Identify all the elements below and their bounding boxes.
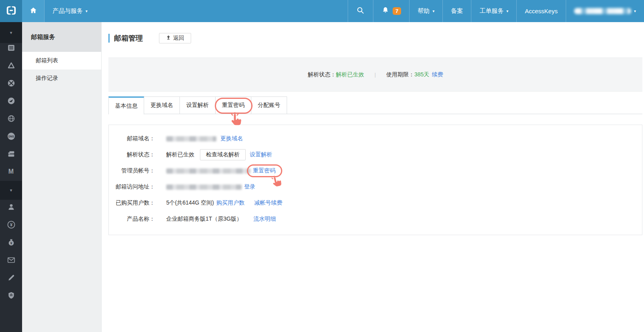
tab-set-resolution[interactable]: 设置解析 [180,96,216,114]
arrow-up-icon [166,35,173,41]
account-menu[interactable]: ▾ [566,0,644,22]
svg-text:¥: ¥ [10,222,12,227]
topbar-spacer [96,0,348,22]
rail-item-cdn[interactable] [0,93,22,109]
user-icon [7,203,16,211]
help-label: 帮助 [418,7,430,15]
reduce-renew-link[interactable]: 减帐号续费 [254,199,282,207]
caret-down-icon: ▾ [10,188,12,193]
product-name-label: 产品名称： [109,215,155,223]
beian-link[interactable]: 备案 [442,0,471,22]
sidebar-item-mailbox-list[interactable]: 邮箱列表 [22,52,101,70]
notifications-button[interactable]: 7 [373,0,409,22]
rail-collapse-bottom[interactable]: ▾ [0,181,22,200]
caret-down-icon: ▾ [10,30,12,35]
beian-label: 备案 [451,7,463,15]
row-resolve-status: 解析状态： 解析已生效 检查域名解析 设置解析 [109,147,642,163]
rail-item-domains[interactable] [0,111,22,127]
home-button[interactable] [22,0,44,22]
rail-item-mail[interactable] [0,252,22,268]
rail-item-storage[interactable] [0,146,22,162]
page-head: 邮箱管理 返回 [108,33,191,44]
topbar: 产品与服务 ▾ 7 帮助 ▾ 备案 工单服务 ▾ AccessKeys [0,0,644,22]
tab-assign-accounts[interactable]: 分配账号 [251,96,287,114]
row-product-name: 产品名称： 企业邮箱商务版1T（原3G版） 流水明细 [109,211,642,227]
chevron-down-icon: ▾ [506,9,508,13]
shield-icon [7,291,15,299]
fan-circle-icon [7,79,16,88]
aliyun-logo[interactable] [0,0,22,22]
chevron-down-icon: ▾ [432,9,434,13]
set-resolution-link[interactable]: 设置解析 [250,151,272,158]
admin-account-label: 管理员帐号： [109,167,155,174]
main-content: 邮箱管理 返回 解析状态： 解析已生效 | 使用期限： 385天 续费 基本信息… [102,22,644,332]
accesskeys-label: AccessKeys [525,8,558,14]
rail-item-dns[interactable]: DNS [0,128,22,144]
server-stack-icon [7,150,16,158]
basic-info-panel: 邮箱域名： 更换域名 解析状态： 解析已生效 检查域名解析 设置解析 管理员帐号… [108,125,642,235]
search-icon [356,6,365,16]
tab-reset-password-label: 重置密码 [222,102,245,109]
resolve-status-label: 解析状态： [308,71,336,78]
title-accent-bar [108,34,110,43]
rail-item-account[interactable] [0,199,22,215]
reset-password-link-wrap: 重置密码 [253,167,275,174]
rail-item-feedback[interactable] [0,270,22,286]
money-bag-icon: ¥ [7,238,16,247]
back-button[interactable]: 返回 [159,33,191,43]
topbar-right: 7 帮助 ▾ 备案 工单服务 ▾ AccessKeys ▾ [348,0,644,22]
chevron-down-icon: ▾ [86,9,88,13]
rail-item-console-list[interactable] [0,40,22,56]
sidebar: 邮箱服务 邮箱列表 操作记录 [22,22,102,332]
icon-rail: ▾ DNS M ▾ ¥ ¥ [0,22,22,332]
dns-globe-icon: DNS [6,131,16,141]
mail-domain-label: 邮箱域名： [109,135,155,142]
rail-item-funds[interactable]: ¥ [0,234,22,250]
product-name-value: 企业邮箱商务版1T（原3G版） [166,215,242,223]
products-services-menu[interactable]: 产品与服务 ▾ [45,0,96,22]
pencil-icon [7,274,15,282]
cloud-logo-icon [6,5,17,18]
chevron-down-icon: ▾ [634,9,636,13]
row-purchased-users: 已购买用户数： 5个(共6144G 空间) 购买用户数 减帐号续费 [109,195,642,211]
usage-period-label: 使用期限： [386,71,414,78]
tabbar: 基本信息 更换域名 设置解析 重置密码 分配账号 [108,96,642,114]
usage-period-value: 385天 [414,71,429,78]
account-name-blurred [574,8,631,14]
resolve-value: 解析已生效 [166,151,194,158]
check-domain-resolution-button[interactable]: 检查域名解析 [200,149,246,160]
resolve-status-value: 解析已生效 [336,71,364,78]
tab-basic-info[interactable]: 基本信息 [108,96,144,115]
login-link[interactable]: 登录 [244,183,255,191]
strip-divider: | [375,72,376,78]
rail-item-balance[interactable] [0,75,22,91]
search-button[interactable] [348,0,373,22]
bird-circle-icon [7,96,16,105]
sidebar-item-operation-log[interactable]: 操作记录 [22,70,101,87]
svg-text:¥: ¥ [10,242,12,245]
notification-count-badge: 7 [393,7,401,15]
ticket-service-menu[interactable]: 工单服务 ▾ [471,0,516,22]
rail-item-triangle-service[interactable] [0,57,22,74]
rail-item-security[interactable] [0,287,22,303]
accesskeys-link[interactable]: AccessKeys [516,0,566,22]
back-button-label: 返回 [173,35,184,42]
mail-domain-value-blurred [166,136,216,141]
list-doc-icon [7,43,16,52]
rail-item-mqs[interactable]: M [0,164,22,180]
renew-link[interactable]: 续费 [432,71,443,78]
row-mail-domain: 邮箱域名： 更换域名 [109,131,642,147]
billing-detail-link[interactable]: 流水明细 [253,215,276,223]
rail-item-billing[interactable]: ¥ [0,217,22,233]
ticket-service-label: 工单服务 [479,7,503,15]
triangle-icon [7,61,16,70]
home-icon [29,6,38,16]
mail-url-value-blurred [166,184,242,190]
reset-password-link[interactable]: 重置密码 [253,167,275,174]
help-menu[interactable]: 帮助 ▾ [409,0,442,22]
purchased-users-value: 5个(共6144G 空间) [166,199,214,207]
tab-reset-password[interactable]: 重置密码 [216,96,251,114]
buy-users-link[interactable]: 购买用户数 [216,199,245,207]
change-domain-link[interactable]: 更换域名 [220,135,243,142]
tab-change-domain[interactable]: 更换域名 [144,96,180,114]
